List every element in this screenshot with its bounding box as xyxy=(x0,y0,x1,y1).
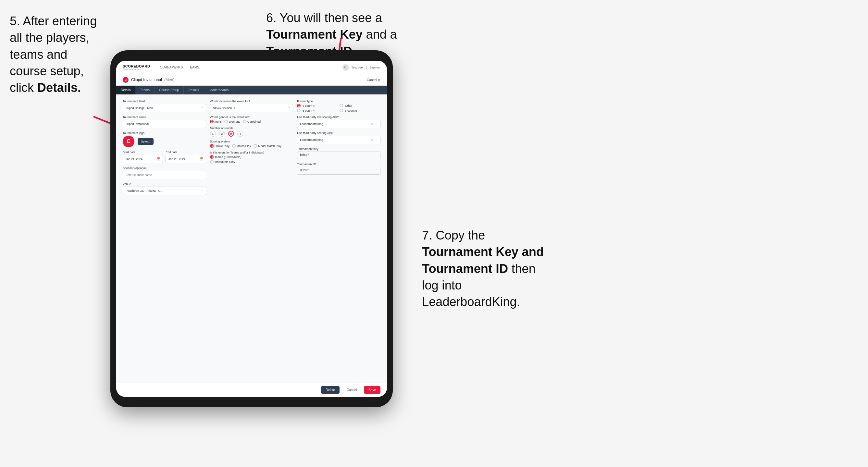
scoring-match[interactable]: Match Play xyxy=(232,144,251,148)
teams-radio[interactable] xyxy=(210,155,214,159)
individuals-label: Individuals Only xyxy=(215,160,235,163)
scoring-field: Scoring system Stroke Play Match Play xyxy=(210,140,293,148)
gender-mens[interactable]: Mens xyxy=(210,120,222,123)
format-6count5[interactable]: 6 count 5 xyxy=(340,109,380,112)
end-date-label: End date xyxy=(165,151,206,154)
date-section: Start date Jan 21, 2024 📅 End date Jan 2… xyxy=(123,151,206,163)
gender-combined[interactable]: Combined xyxy=(243,120,261,123)
tournament-host-label: Tournament Host xyxy=(123,100,206,103)
form-col-2: Which division is the event for? NCAA Di… xyxy=(210,100,293,195)
third-party-scoring-label: Use third-party scoring API? xyxy=(297,131,380,135)
gender-womens-label: Womens xyxy=(229,120,240,123)
gender-label: Which gender is the event for? xyxy=(210,116,293,119)
third-party-scoring-input[interactable]: Leaderboard King ✕ ⌃ xyxy=(297,136,380,144)
scoring-medal[interactable]: Medal Match Play xyxy=(253,144,281,148)
scoring-label: Scoring system xyxy=(210,140,293,143)
format-5count4-radio[interactable] xyxy=(297,104,301,107)
format-5count4[interactable]: 5 count 4 xyxy=(297,104,338,107)
nav-teams[interactable]: TEAMS xyxy=(188,66,199,69)
third-party-live-actions: ✕ ⌃ xyxy=(371,122,377,126)
rounds-label: Number of rounds xyxy=(210,127,293,130)
nav-tournaments[interactable]: TOURNAMENTS xyxy=(158,66,183,69)
format-6count5-radio[interactable] xyxy=(340,109,343,112)
sponsor-input[interactable] xyxy=(123,171,206,179)
form-col-1: Tournament Host Clippd College - Men ⌃ T… xyxy=(123,100,206,195)
third-party-live-label: Use third-party live scoring API? xyxy=(297,116,380,119)
format-5count4-dot xyxy=(298,105,300,106)
teams-field: Is this event for Teams and/or Individua… xyxy=(210,151,293,163)
format-6count4[interactable]: 6 count 4 xyxy=(297,109,338,112)
tournament-logo: C xyxy=(123,77,128,83)
rounds-field: Number of rounds 1 2 4 xyxy=(210,127,293,136)
tabs-bar: Details Teams Course Setup Results Leade… xyxy=(116,86,387,94)
tournament-host-input[interactable]: Clippd College - Men ⌃ xyxy=(123,104,206,112)
tab-teams[interactable]: Teams xyxy=(136,86,155,94)
format-other-label: Other xyxy=(345,104,352,107)
tab-course-setup[interactable]: Course Setup xyxy=(155,86,184,94)
tab-results[interactable]: Results xyxy=(184,86,204,94)
division-field: Which division is the event for? NCAA Di… xyxy=(210,100,293,112)
tournament-host-field: Tournament Host Clippd College - Men ⌃ xyxy=(123,100,206,112)
scoring-medal-radio[interactable] xyxy=(253,144,257,148)
gender-field: Which gender is the event for? Mens Wome xyxy=(210,116,293,123)
gender-womens[interactable]: Womens xyxy=(224,120,240,123)
scoring-stroke-dot xyxy=(211,145,213,147)
expand-live-icon[interactable]: ⌃ xyxy=(375,122,377,126)
sponsor-label: Sponsor (optional) xyxy=(123,166,206,170)
round-3[interactable] xyxy=(228,131,234,136)
nav-separator: | xyxy=(367,66,367,69)
form-col-3: Format type 5 count 4 xyxy=(297,100,380,195)
tournament-name-input[interactable]: Clippd Invitational xyxy=(123,120,206,128)
expand-scoring-icon[interactable]: ⌃ xyxy=(375,138,377,142)
tournament-name-field: Tournament name Clippd Invitational xyxy=(123,116,206,128)
gender-mens-radio[interactable] xyxy=(210,120,214,123)
calendar-icon-start: 📅 xyxy=(156,157,160,161)
sign-out-link[interactable]: Sign out xyxy=(370,66,380,69)
individuals-radio[interactable] xyxy=(210,160,214,163)
end-date-input[interactable]: Jan 23, 2024 📅 xyxy=(165,155,206,163)
tournament-id-label: Tournament ID xyxy=(297,163,380,166)
scoring-stroke-label: Stroke Play xyxy=(215,145,229,148)
logo-circle: C xyxy=(123,136,134,147)
individuals-only[interactable]: Individuals Only xyxy=(210,160,235,163)
venue-input[interactable]: Peachtree GC - Atlanta - GA ⌃ xyxy=(123,187,206,195)
format-other[interactable]: Other xyxy=(340,104,380,107)
start-date-input[interactable]: Jan 21, 2024 📅 xyxy=(123,155,163,163)
save-button[interactable]: Save xyxy=(364,386,380,394)
gender-combined-radio[interactable] xyxy=(243,120,246,123)
teams-plus-individuals[interactable]: Teams (+Individuals) xyxy=(210,155,242,159)
tournament-header: C Clippd Invitational (Men) Cancel ✕ xyxy=(116,74,387,86)
third-party-live-input[interactable]: Leaderboard King ✕ ⌃ xyxy=(297,120,380,128)
format-other-radio[interactable] xyxy=(340,104,343,107)
round-3-dot xyxy=(230,133,232,135)
scoring-radio-group: Stroke Play Match Play Medal Match Play xyxy=(210,144,293,148)
scoring-match-radio[interactable] xyxy=(232,144,236,148)
tab-details[interactable]: Details xyxy=(116,86,136,94)
clear-live-icon[interactable]: ✕ xyxy=(371,122,374,126)
round-1[interactable]: 1 xyxy=(210,131,216,136)
rounds-group: 1 2 4 xyxy=(210,131,293,136)
format-6count4-radio[interactable] xyxy=(297,109,301,112)
tournament-name-label: Tournament name xyxy=(123,116,206,119)
round-4[interactable]: 4 xyxy=(237,131,243,136)
scoring-stroke[interactable]: Stroke Play xyxy=(210,144,229,148)
tournament-key-field: Tournament Key b4f6b7 xyxy=(297,147,380,159)
tournament-id-field: Tournament ID 302051 xyxy=(297,163,380,175)
round-2[interactable]: 2 xyxy=(219,131,225,136)
footer-bar: Delete Cancel Save xyxy=(116,383,387,397)
tab-leaderboards[interactable]: Leaderboards xyxy=(204,86,234,94)
division-input[interactable]: NCAA Division III ⌃ xyxy=(210,104,293,112)
third-party-scoring-actions: ✕ ⌃ xyxy=(371,138,377,142)
scoring-match-label: Match Play xyxy=(237,145,251,148)
third-party-scoring-field: Use third-party scoring API? Leaderboard… xyxy=(297,131,380,144)
round-3-radio xyxy=(228,131,234,136)
gender-womens-radio[interactable] xyxy=(224,120,228,123)
tournament-id-value: 302051 xyxy=(297,167,380,175)
cancel-button[interactable]: Cancel xyxy=(342,386,361,394)
cancel-tournament-btn[interactable]: Cancel ✕ xyxy=(367,78,380,82)
division-label: Which division is the event for? xyxy=(210,100,293,103)
scoring-stroke-radio[interactable] xyxy=(210,144,214,148)
clear-scoring-icon[interactable]: ✕ xyxy=(371,138,374,142)
delete-button[interactable]: Delete xyxy=(321,386,340,394)
upload-button[interactable]: Upload xyxy=(137,138,154,145)
